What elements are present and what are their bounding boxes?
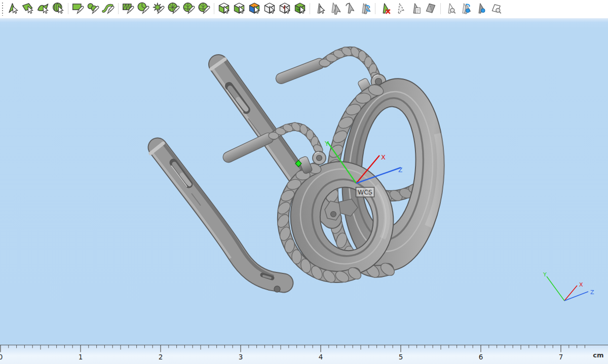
select-through-surface-button[interactable] <box>217 2 231 15</box>
select-on-surface-button[interactable] <box>21 2 34 15</box>
selection-fold-icon <box>424 2 437 15</box>
ruler-label-1: 1 <box>79 353 83 361</box>
toolbar-separator <box>440 3 441 14</box>
viewport-3d[interactable]: Y X Z WCS Y X Z 01234567cm <box>0 0 608 364</box>
preview-swap-button[interactable] <box>459 2 472 15</box>
triad-y-label: Y <box>543 271 547 278</box>
ruler-label-6: 6 <box>479 353 483 361</box>
toolbar-grip[interactable] <box>1 3 5 16</box>
paint-sphere-part-icon <box>198 2 211 15</box>
select-on-curved-surface-icon <box>36 2 50 15</box>
deselect-undo-button[interactable] <box>344 2 357 15</box>
paint-triangle-mesh-button[interactable] <box>122 2 135 15</box>
select-shell-button[interactable] <box>52 2 65 15</box>
application-window: Y X Z WCS Y X Z 01234567cm <box>0 0 608 364</box>
paint-polyline-icon <box>102 2 115 15</box>
swap-selection-button[interactable] <box>359 2 372 15</box>
wcs-axis-x-label: X <box>381 153 386 161</box>
select-through-surface-icon <box>217 2 231 15</box>
paint-freeform-icon <box>87 2 100 15</box>
ruler-label-7: 7 <box>559 353 563 361</box>
paint-circle-sector-button[interactable] <box>137 2 150 15</box>
toolbar-separator <box>310 3 310 14</box>
paint-rectangle-icon <box>71 2 85 15</box>
preview-selection-button[interactable] <box>444 2 457 15</box>
select-through-volume-button[interactable] <box>233 2 246 15</box>
paint-disc-segments-button[interactable] <box>167 2 180 15</box>
ruler-label-0: 0 <box>0 353 3 361</box>
preview-selection-icon <box>444 2 457 15</box>
select-volume-all-button[interactable] <box>293 2 307 15</box>
select-cone-volume-icon <box>278 2 291 15</box>
select-through-planes-button[interactable] <box>248 2 261 15</box>
ruler-label-3: 3 <box>239 353 243 361</box>
svg-text:WCS: WCS <box>358 188 372 196</box>
selection-from-file-button[interactable] <box>409 2 422 15</box>
select-hidden-icon <box>394 2 407 15</box>
paint-sphere-segments-button[interactable] <box>182 2 196 15</box>
select-through-clear-button[interactable] <box>263 2 276 15</box>
select-items-button[interactable] <box>6 2 19 15</box>
select-cone-volume-button[interactable] <box>278 2 291 15</box>
select-volume-all-icon <box>293 2 307 15</box>
ruler-label-4: 4 <box>319 353 323 361</box>
toolbar-separator <box>118 3 119 14</box>
preview-region-button[interactable] <box>489 2 503 15</box>
ruler-label-5: 5 <box>399 353 403 361</box>
preview-swap-icon <box>459 2 472 15</box>
triad-z-label: Z <box>590 289 594 296</box>
delete-selection-icon <box>378 2 392 15</box>
deselect-items-button[interactable] <box>313 2 326 15</box>
select-on-curved-surface-button[interactable] <box>36 2 50 15</box>
preview-point-button[interactable] <box>474 2 487 15</box>
paint-star-icon <box>152 2 165 15</box>
toolbar-separator <box>214 3 214 14</box>
toolbar-separator <box>375 3 375 14</box>
paint-freeform-button[interactable] <box>87 2 100 15</box>
select-on-surface-icon <box>21 2 34 15</box>
preview-region-icon <box>489 2 503 15</box>
paint-sphere-part-button[interactable] <box>198 2 211 15</box>
paint-polyline-button[interactable] <box>102 2 115 15</box>
wcs-axis-y-label: Y <box>324 140 329 147</box>
deselect-items-icon <box>313 2 326 15</box>
wcs-axis-z-label: Z <box>398 167 402 174</box>
deselect-duplicate-icon <box>328 2 341 15</box>
deselect-duplicate-button[interactable] <box>328 2 341 15</box>
selection-fold-button[interactable] <box>424 2 437 15</box>
toolbar-separator <box>68 3 68 14</box>
ruler-label-2: 2 <box>159 353 163 361</box>
ruler-unit-label: cm <box>593 351 603 359</box>
select-hidden-button[interactable] <box>394 2 407 15</box>
select-through-volume-icon <box>233 2 246 15</box>
select-through-planes-icon <box>248 2 261 15</box>
paint-triangle-mesh-icon <box>122 2 135 15</box>
selection-toolbar <box>0 0 608 18</box>
paint-disc-segments-icon <box>167 2 180 15</box>
triad-x-label: X <box>579 281 583 288</box>
select-items-icon <box>6 2 19 15</box>
selection-from-file-icon <box>409 2 422 15</box>
preview-point-icon <box>474 2 487 15</box>
wcs-label: WCS <box>356 187 374 197</box>
deselect-undo-icon <box>344 2 357 15</box>
paint-star-button[interactable] <box>152 2 165 15</box>
delete-selection-button[interactable] <box>378 2 392 15</box>
select-through-clear-icon <box>263 2 276 15</box>
select-shell-icon <box>52 2 65 15</box>
paint-rectangle-button[interactable] <box>71 2 85 15</box>
paint-circle-sector-icon <box>137 2 150 15</box>
paint-sphere-segments-icon <box>182 2 196 15</box>
swap-selection-icon <box>359 2 372 15</box>
